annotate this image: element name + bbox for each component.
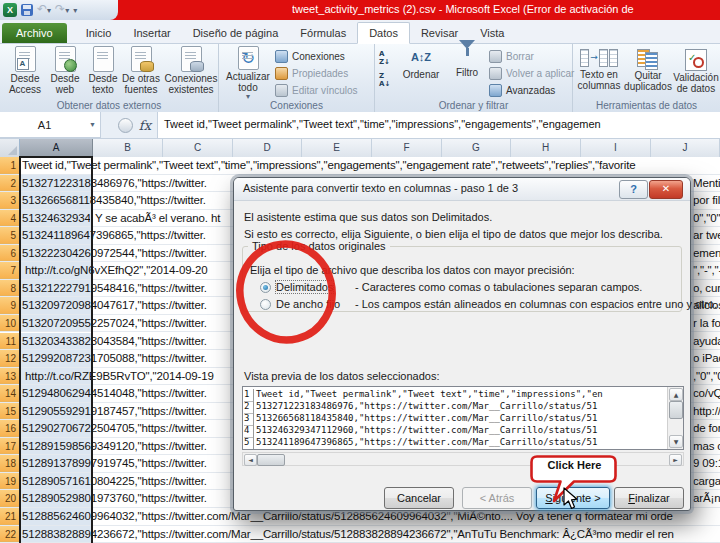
scroll-up-icon[interactable]: ▲ [669, 388, 683, 401]
row-header-16[interactable]: 16 [0, 420, 20, 437]
insert-function-icon[interactable] [118, 118, 133, 133]
borrar-button[interactable]: Borrar [489, 48, 574, 65]
de-otras-fuentes-button[interactable]: De otras fuentes [118, 46, 164, 98]
group-label: Conexiones [219, 100, 374, 111]
tab-inicio[interactable]: Inicio [75, 23, 123, 43]
redo-icon[interactable]: ↷▾ [55, 0, 69, 21]
other-sources-icon [131, 46, 152, 72]
connections-stack: Conexiones Propiedades Editar vínculos [275, 48, 358, 99]
avanzadas-button[interactable]: Avanzadas [489, 82, 574, 99]
validacion-de-datos-button[interactable]: Validación de datos [673, 46, 719, 98]
close-button[interactable]: ✕ [649, 180, 683, 199]
row-header-20[interactable]: 20 [0, 490, 20, 507]
finish-button[interactable]: Finalizar [614, 487, 684, 509]
formula-input[interactable]: Tweet id,"Tweet permalink","Tweet text",… [157, 112, 720, 138]
propiedades-button[interactable]: Propiedades [275, 65, 358, 82]
cell-text: 513212227919548416,"https://twitter. [22, 280, 207, 297]
row-header-9[interactable]: 9 [0, 297, 20, 314]
table-row[interactable]: Tweet id,"Tweet permalink","Tweet text",… [0, 157, 720, 175]
row-right-fragment: cargar co [693, 473, 720, 490]
table-row[interactable]: 512883828894236672,"https://twitter.com/… [0, 526, 720, 543]
row-header-10[interactable]: 10 [0, 315, 20, 332]
row-header-22[interactable]: 22 [0, 526, 20, 543]
column-header-C[interactable]: C [163, 139, 233, 157]
texto-en-columnas-button[interactable]: → Texto en columnas [575, 46, 623, 98]
tab-datos[interactable]: Datos [357, 22, 410, 44]
column-header-J[interactable]: J [651, 139, 720, 157]
select-all-corner[interactable] [0, 139, 20, 157]
undo-icon[interactable]: ↶▾ [37, 0, 51, 21]
column-header-A[interactable]: A [20, 139, 93, 157]
filtro-button[interactable]: Filtro [447, 46, 487, 98]
vscroll-thumb[interactable] [669, 401, 683, 419]
name-box-dropdown-icon[interactable]: ▼ [89, 121, 100, 128]
conexiones-button[interactable]: Conexiones [275, 48, 358, 65]
row-text: 512883828894236672,"https://twitter.com/… [0, 526, 720, 543]
save-icon[interactable] [21, 4, 33, 16]
column-header-H[interactable]: H [511, 139, 581, 157]
scroll-down-icon[interactable]: ▼ [669, 435, 683, 448]
dialog-title-bar[interactable]: Asistente para convertir texto en column… [234, 178, 690, 201]
row-right-fragment: ","-","-"," [693, 262, 720, 279]
row-header-4[interactable]: 4 [0, 210, 20, 227]
actualizar-todo-button[interactable]: ↻ Actualizar todo ▾ [225, 46, 271, 98]
tab-vista[interactable]: Vista [469, 23, 515, 43]
scroll-left-icon[interactable]: ◄ [244, 454, 257, 466]
data-preview-box[interactable]: 1Tweet id,"Tweet permalink","Tweet text"… [242, 386, 684, 450]
volver-a-aplicar-button[interactable]: Volver a aplicar [489, 65, 574, 82]
ordenar-button[interactable]: A↕Z Ordenar [397, 46, 445, 98]
ribbon-group-herramientas-de-datos: → Texto en columnas Quitar duplicados Va… [573, 44, 720, 112]
row-header-1[interactable]: 1 [0, 157, 20, 174]
row-header-2[interactable]: 2 [0, 175, 20, 192]
wizard-intro-line1: El asistente estima que sus datos son De… [244, 211, 492, 223]
cell-text: 512890529801973760,"https://twitter. [22, 490, 207, 507]
name-box[interactable]: A1 ▼ [0, 112, 101, 138]
row-right-fragment: emente [693, 245, 720, 262]
quitar-duplicados-button[interactable]: Quitar duplicados [625, 46, 671, 98]
qat-dropdown-icon[interactable]: ▾ [73, 6, 77, 15]
back-button[interactable]: < Atrás [462, 487, 532, 509]
ribbon: A Desde Access Desde web Desde texto De … [0, 44, 720, 113]
editar-vinculos-button[interactable]: Editar vínculos [275, 82, 358, 99]
dialog-title: Asistente para convertir texto en column… [243, 182, 518, 194]
column-header-F[interactable]: F [372, 139, 442, 157]
preview-line-number: 5 [244, 437, 254, 450]
row-header-8[interactable]: 8 [0, 280, 20, 297]
row-header-6[interactable]: 6 [0, 245, 20, 262]
row-header-14[interactable]: 14 [0, 385, 20, 402]
row-header-15[interactable]: 15 [0, 403, 20, 420]
column-header-I[interactable]: I [581, 139, 651, 157]
row-header-7[interactable]: 7 [0, 262, 20, 279]
tab-formulas[interactable]: Fórmulas [289, 23, 357, 43]
ribbon-group-ordenar-y-filtrar: AZ↓ ZA↓ A↕Z Ordenar Filtro Borrar Volver… [375, 44, 573, 112]
column-header-D[interactable]: D [233, 139, 302, 157]
row-header-12[interactable]: 12 [0, 350, 20, 367]
row-header-11[interactable]: 11 [0, 333, 20, 350]
row-header-5[interactable]: 5 [0, 227, 20, 244]
help-button[interactable]: ? [619, 180, 648, 199]
tab-archivo[interactable]: Archivo [2, 23, 67, 43]
cell-text: http://t.co/RZE9B5RvTO","2014-09-19 [22, 368, 214, 385]
scroll-right-icon[interactable]: ► [669, 454, 682, 466]
column-header-B[interactable]: B [93, 139, 163, 157]
column-header-E[interactable]: E [302, 139, 372, 157]
column-header-G[interactable]: G [442, 139, 511, 157]
row-header-19[interactable]: 19 [0, 473, 20, 490]
row-header-18[interactable]: 18 [0, 455, 20, 472]
cancel-button[interactable]: Cancelar [384, 487, 454, 509]
preview-line-text: 513266568118435840,"https://twitter.com/… [256, 413, 597, 425]
tab-insertar[interactable]: Insertar [122, 23, 181, 43]
row-header-17[interactable]: 17 [0, 438, 20, 455]
sort-za-icon[interactable]: ZA↓ [379, 72, 395, 88]
cell-text: 513207209552257024,"https://twitter. [22, 315, 207, 332]
tab-diseno-de-pagina[interactable]: Diseño de página [182, 23, 290, 43]
quick-access-toolbar: X ↶▾ ↷▾ ▾ [0, 0, 118, 20]
sort-az-icon[interactable]: AZ↓ [379, 50, 395, 66]
hscroll-thumb[interactable] [257, 454, 285, 466]
preview-vertical-scrollbar[interactable]: ▲ ▼ [667, 387, 683, 449]
row-header-21[interactable]: 21 [0, 508, 20, 525]
row-header-13[interactable]: 13 [0, 368, 20, 385]
row-header-3[interactable]: 3 [0, 192, 20, 209]
mouse-cursor [562, 487, 580, 511]
conexiones-existentes-button[interactable]: Conexiones existentes [166, 46, 216, 98]
